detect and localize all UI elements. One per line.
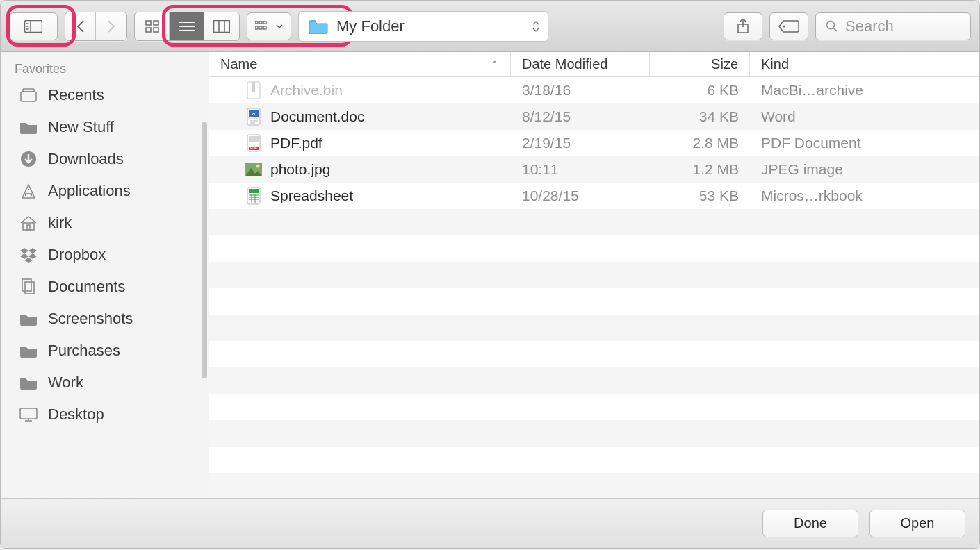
sidebar-item-label: New Stuff bbox=[48, 118, 114, 136]
file-name: photo.jpg bbox=[270, 161, 330, 178]
group-by-button[interactable] bbox=[247, 12, 291, 40]
grid-icon bbox=[145, 20, 159, 33]
table-row[interactable]: aDocument.doc8/12/1534 KBWord bbox=[209, 103, 979, 130]
file-size: 2.8 MB bbox=[650, 135, 750, 151]
chevron-down-icon bbox=[276, 24, 283, 28]
svg-marker-36 bbox=[28, 248, 37, 253]
sidebar-item-label: Documents bbox=[48, 278, 125, 296]
sidebar-icon bbox=[24, 20, 42, 33]
sidebar-item-purchases[interactable]: Purchases bbox=[1, 335, 209, 367]
sidebar-item-screenshots[interactable]: Screenshots bbox=[1, 303, 209, 335]
sidebar-item-applications[interactable]: Applications bbox=[1, 175, 209, 207]
svg-marker-35 bbox=[20, 248, 28, 253]
file-size: 1.2 MB bbox=[650, 161, 750, 178]
svg-rect-27 bbox=[23, 89, 34, 92]
svg-point-24 bbox=[827, 21, 835, 28]
svg-rect-17 bbox=[263, 21, 266, 24]
documents-icon bbox=[19, 277, 38, 297]
open-button[interactable]: Open bbox=[869, 510, 965, 538]
share-icon bbox=[737, 19, 749, 34]
sidebar-item-desktop[interactable]: Desktop bbox=[1, 399, 209, 431]
svg-text:a: a bbox=[252, 110, 256, 117]
done-button[interactable]: Done bbox=[762, 510, 858, 538]
file-kind: Micros…rkbook bbox=[750, 188, 979, 204]
forward-button[interactable] bbox=[96, 12, 126, 40]
column-view-button[interactable] bbox=[204, 12, 239, 40]
apps-icon bbox=[19, 181, 38, 201]
table-row[interactable]: Spreadsheet10/28/1553 KBMicros…rkbook bbox=[209, 183, 979, 209]
sidebar-item-kirk[interactable]: kirk bbox=[1, 207, 209, 239]
empty-row bbox=[209, 420, 979, 447]
empty-row bbox=[209, 209, 979, 235]
empty-row bbox=[209, 473, 979, 498]
column-header-name[interactable]: Name⌃ bbox=[209, 52, 511, 76]
group-icon bbox=[255, 21, 273, 32]
file-list-panel: Name⌃ Date Modified Size Kind Archive.bi… bbox=[209, 52, 979, 498]
folder-icon bbox=[309, 19, 328, 34]
sidebar-list: RecentsNew StuffDownloadsApplicationskir… bbox=[1, 79, 209, 431]
sidebar-item-label: Dropbox bbox=[48, 246, 106, 264]
svg-point-23 bbox=[783, 25, 785, 27]
table-row[interactable]: photo.jpg10:111.2 MBJPEG image bbox=[209, 156, 979, 183]
nav-segment bbox=[65, 12, 127, 41]
archive-file-icon bbox=[245, 81, 262, 100]
sidebar-item-label: Recents bbox=[48, 86, 104, 104]
view-mode-segment bbox=[134, 12, 240, 41]
file-rows: Archive.bin3/18/166 KBMacBi…archiveaDocu… bbox=[209, 77, 979, 498]
column-header-date[interactable]: Date Modified bbox=[511, 52, 650, 76]
back-button[interactable] bbox=[65, 12, 96, 40]
svg-rect-15 bbox=[255, 21, 258, 24]
column-header-kind[interactable]: Kind bbox=[750, 52, 979, 76]
svg-rect-19 bbox=[259, 26, 262, 29]
icon-view-button[interactable] bbox=[135, 12, 170, 40]
svg-text:PDF: PDF bbox=[250, 146, 257, 150]
folder-icon bbox=[19, 309, 38, 328]
sidebar-item-downloads[interactable]: Downloads bbox=[1, 143, 209, 175]
svg-rect-61 bbox=[249, 189, 259, 193]
folder-icon bbox=[19, 373, 38, 392]
search-field[interactable]: Search bbox=[815, 12, 971, 40]
sidebar-item-label: Work bbox=[48, 374, 83, 392]
sidebar-item-label: Desktop bbox=[48, 406, 104, 424]
sidebar-item-recents[interactable]: Recents bbox=[1, 79, 209, 111]
toolbar: My Folder Search bbox=[1, 1, 979, 52]
file-date: 2/19/15 bbox=[511, 135, 650, 151]
file-size: 53 KB bbox=[650, 188, 750, 204]
home-icon bbox=[19, 213, 38, 233]
svg-rect-40 bbox=[22, 279, 31, 291]
list-view-button[interactable] bbox=[170, 12, 204, 40]
file-name: PDF.pdf bbox=[270, 135, 322, 151]
sidebar-item-new-stuff[interactable]: New Stuff bbox=[1, 111, 209, 143]
file-kind: JPEG image bbox=[750, 161, 979, 178]
tags-button[interactable] bbox=[769, 12, 808, 40]
empty-row bbox=[209, 367, 979, 394]
sidebar-toggle-button[interactable] bbox=[9, 12, 58, 40]
empty-row bbox=[209, 315, 979, 341]
sort-ascending-icon: ⌃ bbox=[491, 59, 499, 70]
table-row[interactable]: Archive.bin3/18/166 KBMacBi…archive bbox=[209, 77, 979, 103]
sidebar-scrollbar[interactable] bbox=[202, 122, 207, 378]
svg-marker-38 bbox=[28, 253, 37, 259]
doc-file-icon: a bbox=[245, 107, 262, 126]
sidebar-item-label: Purchases bbox=[48, 342, 120, 360]
chevron-left-icon bbox=[76, 20, 85, 33]
file-name: Document.doc bbox=[270, 108, 364, 125]
sidebar-item-label: Screenshots bbox=[48, 310, 133, 328]
sidebar: Favorites RecentsNew StuffDownloadsAppli… bbox=[1, 52, 209, 498]
folder-icon bbox=[19, 117, 38, 137]
sidebar-item-dropbox[interactable]: Dropbox bbox=[1, 239, 209, 271]
empty-row bbox=[209, 447, 979, 473]
svg-rect-16 bbox=[259, 21, 262, 24]
table-row[interactable]: PDFPDF.pdf2/19/152.8 MBPDF Document bbox=[209, 130, 979, 156]
pdf-file-icon: PDF bbox=[245, 133, 262, 153]
dropbox-icon bbox=[19, 245, 38, 265]
download-icon bbox=[19, 149, 38, 169]
column-header-size[interactable]: Size bbox=[650, 52, 750, 76]
sidebar-item-work[interactable]: Work bbox=[1, 367, 209, 399]
empty-row bbox=[209, 394, 979, 420]
sidebar-item-documents[interactable]: Documents bbox=[1, 271, 209, 303]
location-popup[interactable]: My Folder bbox=[298, 11, 548, 42]
share-button[interactable] bbox=[724, 12, 762, 40]
finder-open-dialog: My Folder Search Favorites RecentsNew St… bbox=[0, 0, 980, 549]
file-date: 10:11 bbox=[511, 161, 650, 178]
